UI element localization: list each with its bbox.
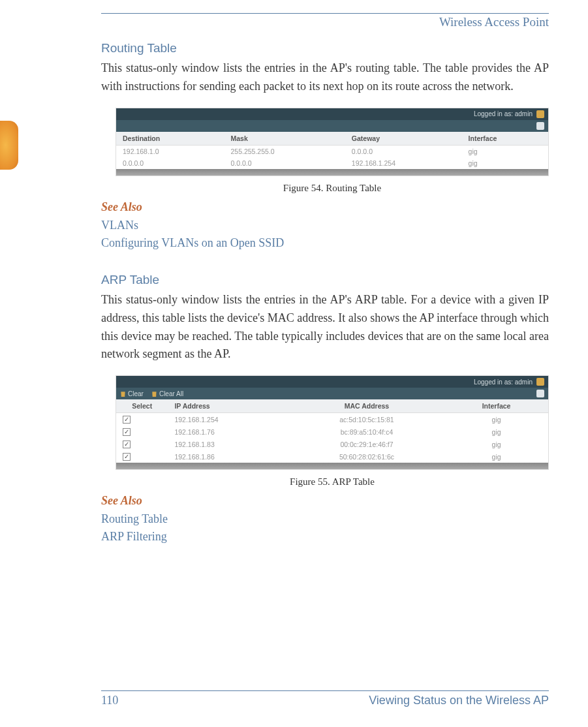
link-routing-table[interactable]: Routing Table <box>101 510 549 528</box>
table-row: 192.168.1.0 255.255.255.0 0.0.0.0 gig <box>116 145 548 157</box>
see-also-heading: See Also <box>101 200 549 214</box>
arp-table-description: This status-only window lists the entrie… <box>101 291 549 364</box>
col-select: Select <box>116 399 168 413</box>
routing-table-description: This status-only window lists the entrie… <box>101 59 549 96</box>
clear-button[interactable]: Clear <box>120 390 144 397</box>
routing-table-heading: Routing Table <box>101 41 549 55</box>
table-header-row: Destination Mask Gateway Interface <box>116 132 548 146</box>
col-gateway: Gateway <box>345 132 462 146</box>
link-arp-filtering[interactable]: ARP Filtering <box>101 528 549 546</box>
col-mac-address: MAC Address <box>289 399 444 413</box>
clear-all-button[interactable]: Clear All <box>151 390 183 397</box>
arp-table: Select IP Address MAC Address Interface … <box>116 399 548 463</box>
logged-in-label: Logged in as: admin <box>474 379 533 386</box>
figure-54: Logged in as: admin Destination Mask Gat… <box>116 108 549 194</box>
link-vlans[interactable]: VLANs <box>101 217 549 234</box>
see-also-heading: See Also <box>101 494 549 508</box>
figure-55: Logged in as: admin Clear Clear All Sele… <box>116 375 549 487</box>
logged-in-label: Logged in as: admin <box>474 110 533 117</box>
routing-table: Destination Mask Gateway Interface 192.1… <box>116 132 548 169</box>
logout-icon <box>536 110 544 118</box>
trash-icon <box>120 390 126 397</box>
logout-icon <box>536 378 544 386</box>
table-row: 0.0.0.0 0.0.0.0 192.168.1.254 gig <box>116 157 548 169</box>
table-row: ✓ 192.168.1.83 00:0c:29:1e:46:f7 gig <box>116 438 548 450</box>
col-interface: Interface <box>444 399 548 413</box>
help-icon <box>536 122 544 130</box>
table-header-row: Select IP Address MAC Address Interface <box>116 399 548 413</box>
section-tab-marker <box>0 121 18 170</box>
trash-icon <box>151 390 157 397</box>
page-header: Wireless Access Point <box>39 15 549 29</box>
figure-54-caption: Figure 54. Routing Table <box>116 183 549 194</box>
arp-table-heading: ARP Table <box>101 273 549 287</box>
row-checkbox[interactable]: ✓ <box>123 441 131 448</box>
footer-section-title: Viewing Status on the Wireless AP <box>369 694 549 707</box>
page-number: 110 <box>101 694 118 707</box>
table-row: ✓ 192.168.1.254 ac:5d:10:5c:15:81 gig <box>116 413 548 426</box>
col-interface: Interface <box>462 132 548 146</box>
table-row: ✓ 192.168.1.76 bc:89:a5:10:4f:c4 gig <box>116 425 548 438</box>
row-checkbox[interactable]: ✓ <box>123 453 131 461</box>
col-mask: Mask <box>224 132 345 146</box>
help-icon <box>536 390 544 397</box>
row-checkbox[interactable]: ✓ <box>123 428 131 436</box>
page-footer: 110 Viewing Status on the Wireless AP <box>39 690 549 707</box>
figure-55-caption: Figure 55. ARP Table <box>116 476 549 487</box>
col-ip-address: IP Address <box>168 399 288 413</box>
col-destination: Destination <box>116 132 224 146</box>
table-row: ✓ 192.168.1.86 50:60:28:02:61:6c gig <box>116 450 548 463</box>
link-configuring-vlans[interactable]: Configuring VLANs on an Open SSID <box>101 234 549 252</box>
row-checkbox[interactable]: ✓ <box>123 416 131 424</box>
